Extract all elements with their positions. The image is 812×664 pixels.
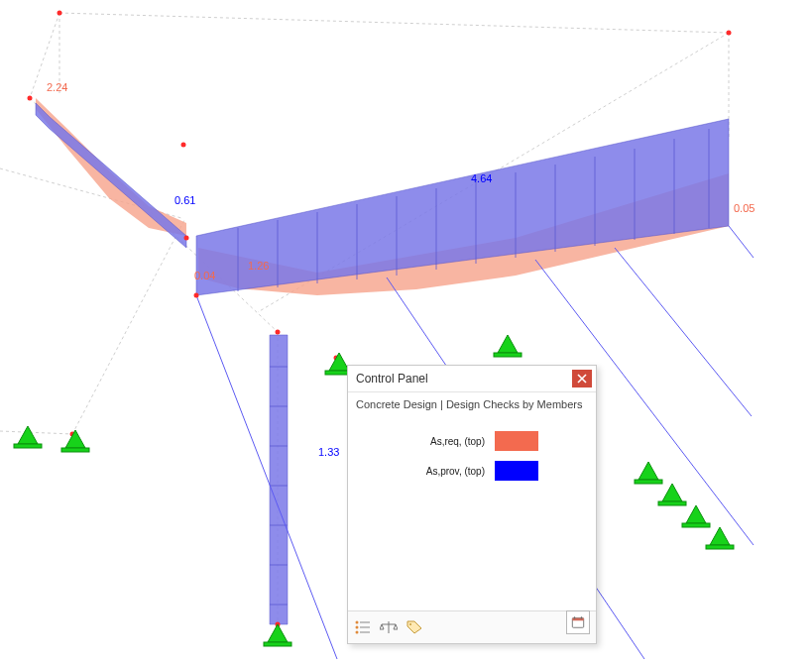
balance-icon xyxy=(380,620,398,634)
svg-marker-0 xyxy=(36,98,186,236)
control-panel: Control Panel Concrete Design | Design C… xyxy=(347,365,597,644)
svg-marker-41 xyxy=(18,426,38,444)
svg-marker-53 xyxy=(662,484,682,501)
svg-point-33 xyxy=(184,236,189,241)
close-icon xyxy=(577,374,587,384)
svg-point-35 xyxy=(276,330,281,335)
svg-rect-44 xyxy=(61,448,89,452)
settings-button[interactable] xyxy=(566,610,590,634)
result-value-label: 0.04 xyxy=(194,270,215,281)
close-button[interactable] xyxy=(572,370,592,387)
result-value-label: 0.61 xyxy=(174,194,195,206)
svg-rect-50 xyxy=(494,353,522,357)
legend-label-required: As,req, (top) xyxy=(356,436,495,447)
legend-row-provided: As,prov, (top) xyxy=(356,458,588,484)
legend-row-required: As,req, (top) xyxy=(356,428,588,454)
legend-swatch-provided xyxy=(495,461,538,481)
svg-rect-56 xyxy=(682,523,710,527)
scale-button[interactable] xyxy=(380,618,398,636)
svg-marker-51 xyxy=(638,462,658,480)
control-panel-title: Control Panel xyxy=(356,372,572,386)
control-panel-subtitle: Concrete Design | Design Checks by Membe… xyxy=(356,398,588,410)
svg-rect-46 xyxy=(264,642,291,646)
svg-point-34 xyxy=(194,293,199,298)
svg-point-69 xyxy=(356,631,359,634)
control-panel-body: Concrete Design | Design Checks by Membe… xyxy=(348,392,596,610)
svg-marker-55 xyxy=(686,505,706,523)
svg-point-73 xyxy=(409,623,411,625)
svg-point-65 xyxy=(356,621,359,624)
svg-marker-57 xyxy=(710,527,730,545)
svg-point-67 xyxy=(356,626,359,629)
tag-icon xyxy=(406,620,422,634)
svg-rect-42 xyxy=(14,444,42,448)
result-value-label: 1.26 xyxy=(248,260,269,272)
svg-marker-43 xyxy=(65,430,85,448)
svg-point-32 xyxy=(28,96,33,101)
svg-rect-58 xyxy=(706,545,734,549)
result-value-label: 2.24 xyxy=(47,81,67,93)
legend-swatch-required xyxy=(495,431,538,451)
svg-rect-54 xyxy=(658,501,686,505)
svg-marker-49 xyxy=(498,335,518,353)
calendar-icon xyxy=(571,615,585,629)
svg-marker-45 xyxy=(268,624,288,642)
svg-rect-52 xyxy=(635,480,662,484)
svg-point-30 xyxy=(58,11,62,16)
legend-label-provided: As,prov, (top) xyxy=(356,466,495,477)
svg-line-25 xyxy=(196,295,337,659)
list-view-button[interactable] xyxy=(354,618,372,636)
svg-marker-47 xyxy=(329,353,349,371)
svg-point-31 xyxy=(727,31,732,36)
svg-marker-17 xyxy=(270,335,288,624)
tag-button[interactable] xyxy=(406,618,423,636)
svg-marker-16 xyxy=(36,103,186,248)
svg-point-40 xyxy=(181,143,186,148)
list-icon xyxy=(355,620,371,634)
result-value-label: 4.64 xyxy=(471,172,492,184)
svg-line-28 xyxy=(729,226,754,258)
control-panel-footer xyxy=(348,610,596,643)
result-value-label: 1.33 xyxy=(318,446,339,458)
result-value-label: 0.05 xyxy=(734,202,754,214)
control-panel-titlebar[interactable]: Control Panel xyxy=(348,366,596,392)
